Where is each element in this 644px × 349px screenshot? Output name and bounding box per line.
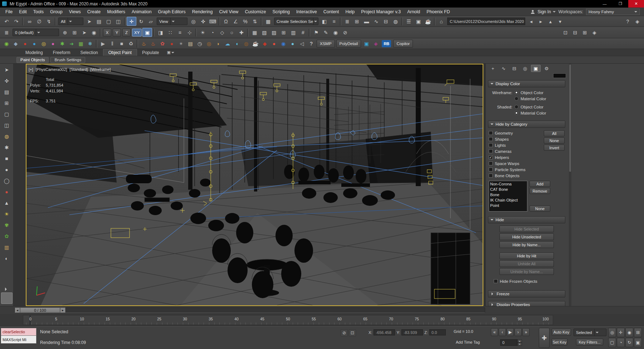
tab-hierarchy[interactable]: ⊟ [509,65,519,72]
box-tool-icon[interactable]: ▢ [2,110,12,118]
category-checkbox-row[interactable]: Space Warps [489,160,544,166]
shape-tool-icon[interactable]: ◇ [217,28,227,37]
pause-animation-icon[interactable]: ‖ [108,39,117,48]
key-mode-dropdown[interactable]: Selected [574,329,606,336]
render-setup-icon[interactable]: ☰ [404,17,414,26]
rollout-header[interactable]: Display Properties [488,301,565,306]
rectangular-selection-icon[interactable]: ▢ [104,17,113,26]
grid-a-icon[interactable]: ▦ [250,28,259,37]
next-frame-button[interactable]: ▸ [60,307,65,313]
mirror-tool-icon[interactable]: ◨ [156,28,165,37]
category-button[interactable]: None [544,137,565,144]
rb-plugin-badge[interactable]: RB [382,40,391,47]
select-by-name-icon[interactable]: ▤ [94,17,104,26]
path-forward-icon[interactable]: ▸ [536,17,546,26]
toolbar-icon[interactable] [309,29,310,37]
sun-tool-icon[interactable]: ☀ [2,209,12,218]
percent-snap-icon[interactable]: % [240,17,250,26]
macro-recorder-pane[interactable]: clearSelectio [1,328,36,336]
category-checkbox-row[interactable]: Lights [489,142,544,148]
add-selection-to-layer-icon[interactable]: ⊞ [70,28,79,37]
tab-motion[interactable]: ◎ [520,65,530,72]
menu-item[interactable]: Graph Editors [155,8,189,16]
shell-plugin-icon[interactable]: ◖ [232,39,241,48]
layer-dropdown[interactable]: 0 (default) [13,29,59,36]
close-button[interactable]: ✕ [628,0,644,8]
helper-tool-icon[interactable]: ✚ [236,28,246,37]
hide-button[interactable]: Unhide by Name... [499,268,554,275]
menu-item[interactable]: Customize [241,8,269,16]
orbit-icon[interactable]: ↻ [625,338,633,347]
plugin-icon[interactable] [96,40,97,48]
list-item[interactable]: IK Chain Object [490,198,526,203]
ball-plugin-icon[interactable]: ● [269,39,279,48]
tab-modify[interactable]: ∿ [499,65,508,72]
snap-z-icon[interactable]: ⊞ [580,28,590,37]
tab-create[interactable]: + [488,65,498,72]
geometry-tool-icon[interactable]: ○ [227,28,236,37]
select-and-scale-icon[interactable]: ▱ [146,17,156,26]
scene-explorer-icon[interactable]: ≣ [342,17,352,26]
toolbar-icon[interactable] [261,18,262,25]
grid-b-icon[interactable]: ▧ [259,28,269,37]
category-exclusion-list[interactable]: Non-CoronaCAT BoneBoneIK Chain ObjectPoi… [489,181,527,212]
next-frame-icon[interactable]: › [514,328,522,336]
listener-pane[interactable]: MAXScript Mi [1,336,36,344]
ribbon-tab[interactable]: Object Paint [103,49,137,56]
menu-item[interactable]: Animation [128,8,155,16]
ribbon-config-icon[interactable]: ▣ [164,49,177,56]
pointer-tool-icon[interactable]: ➤ [2,65,12,74]
viewport-menu-segment[interactable]: [+] [29,67,33,72]
toolbar-icon[interactable] [22,18,24,25]
cup-plugin-icon[interactable]: ☕ [251,39,260,48]
tab-display[interactable]: ▣ [531,65,541,72]
checkbox[interactable] [489,143,493,147]
chart-icon[interactable]: ▥ [288,28,298,37]
render-production-icon[interactable]: ☕ [423,17,433,26]
remove-button[interactable]: Remove [530,188,550,194]
hide-button[interactable]: Hide by Hit [499,252,554,259]
checkbox[interactable] [489,131,493,135]
plugin-snowflake-icon[interactable]: ❄ [86,39,95,48]
info-icon[interactable]: ◈ [633,17,642,26]
grid-c-icon[interactable]: ▨ [269,28,279,37]
category-checkbox-row[interactable]: Shapes [489,136,544,142]
active-tool-button[interactable] [1,292,13,304]
list-item[interactable]: Non-Corona [490,182,526,187]
menu-item[interactable]: Scripting [269,8,293,16]
tab-utilities[interactable]: ⚙ [542,65,551,72]
select-object-icon[interactable]: ➤ [84,17,94,26]
snap-toggle-icon[interactable]: Ω [221,17,231,26]
rendered-frame-icon[interactable]: ▣ [414,17,423,26]
use-pivot-center-icon[interactable]: ◎ [189,17,198,26]
globe-plugin-icon[interactable]: ◉ [279,39,288,48]
previous-frame-icon[interactable]: ‹ [499,328,506,336]
track-bar-ruler[interactable]: 0510152025303540455055606570758085909510… [23,315,553,325]
leaf-tool-icon[interactable]: ✿ [2,232,12,241]
select-and-move-icon[interactable]: ✛ [127,17,136,26]
plant-tool-icon[interactable]: ✾ [2,220,12,229]
checkbox[interactable] [489,155,493,159]
ribbon-tab[interactable]: Selection [75,49,103,56]
set-current-layer-icon[interactable]: ◉ [89,28,99,37]
project-path-field[interactable]: C:\Users\20122\Documents\3ds Max 2020 [447,18,525,25]
snap-x-icon[interactable]: ⊡ [561,28,570,37]
viewport[interactable]: [+][PhysCamera002][Standard][Wireframe] … [26,64,483,306]
plugin-arrow-icon[interactable]: ➜ [67,39,76,48]
toolbar-icon[interactable] [434,18,435,25]
category-checkbox-row[interactable]: Helpers [489,154,544,160]
stop-animation-icon[interactable]: ■ [117,39,126,48]
previous-frame-button[interactable]: ◂ [15,307,20,313]
table-icon[interactable]: ⊞ [279,28,288,37]
flag-icon[interactable]: ⚑ [311,28,321,37]
circle-tool-icon[interactable]: ◯ [2,176,12,185]
maximize-button[interactable]: ❐ [613,0,628,8]
select-and-rotate-icon[interactable]: ↻ [136,17,146,26]
named-selection-sets-dropdown[interactable]: Create Selection Se [274,18,318,25]
bomb-plugin-icon[interactable]: ✴ [176,39,186,48]
none-button[interactable]: None [530,205,550,212]
toolbar-icon[interactable] [100,29,101,37]
ribbon-subtab[interactable]: Paint Objects [16,57,49,63]
spinner-down-icon[interactable]: ▼ [517,343,522,346]
ribbon-tab[interactable]: Populate [137,49,164,56]
